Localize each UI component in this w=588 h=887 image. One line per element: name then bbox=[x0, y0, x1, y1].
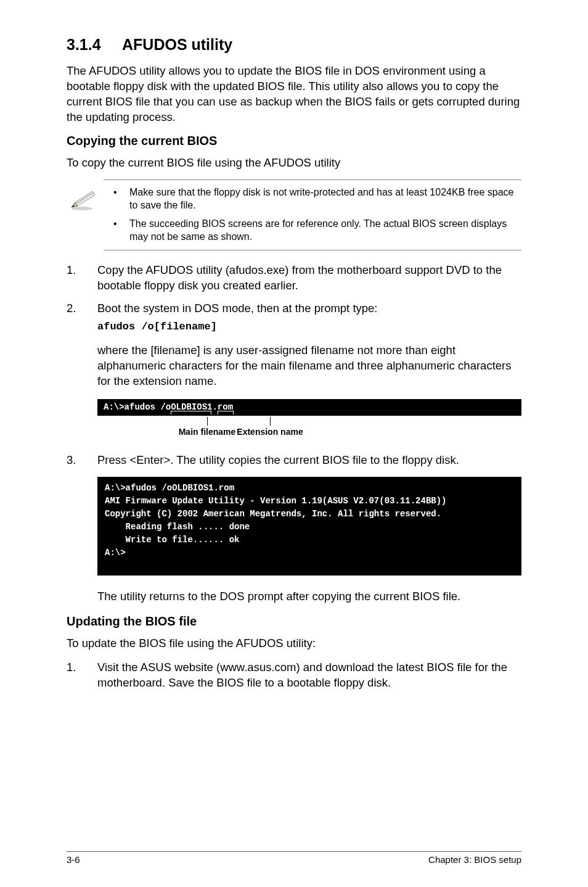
copy-steps-cont: 3. Press <Enter>. The utility copies the… bbox=[67, 453, 521, 468]
after-terminal-text: The utility returns to the DOS prompt af… bbox=[97, 589, 521, 604]
term-prefix: A:\>afudos /o bbox=[104, 402, 171, 412]
term-ext-name: rom bbox=[218, 402, 233, 412]
pencil-icon bbox=[67, 186, 97, 211]
chapter-title: Chapter 3: BIOS setup bbox=[428, 854, 521, 865]
intro-paragraph: The AFUDOS utility allows you to update … bbox=[67, 64, 521, 125]
term-dot: . bbox=[212, 402, 217, 412]
term-main-filename: OLDBIOS1 bbox=[171, 402, 212, 412]
svg-point-0 bbox=[71, 207, 92, 210]
step-item: 1. Visit the ASUS website (www.asus.com)… bbox=[67, 660, 521, 691]
connector-line bbox=[207, 417, 208, 426]
copy-lead: To copy the current BIOS file using the … bbox=[67, 155, 521, 171]
terminal-small: A:\>afudos /oOLDBIOS1.rom bbox=[97, 399, 521, 416]
code-line: afudos /o[filename] bbox=[97, 320, 521, 334]
note-block: Make sure that the floppy disk is not wr… bbox=[104, 179, 521, 250]
step-text: Press <Enter>. The utility copies the cu… bbox=[97, 453, 459, 466]
step-number: 3. bbox=[67, 453, 76, 468]
extension-name-label-col: Extension name bbox=[227, 417, 313, 437]
step-item: 3. Press <Enter>. The utility copies the… bbox=[67, 453, 521, 468]
svg-line-3 bbox=[76, 192, 94, 204]
connector-line bbox=[270, 417, 271, 426]
page-number: 3-6 bbox=[67, 854, 80, 865]
step2-explain: where the [filename] is any user-assigne… bbox=[97, 343, 521, 389]
update-lead: To update the BIOS file using the AFUDOS… bbox=[67, 636, 521, 651]
filename-annotation: Main filename Extension name bbox=[97, 417, 521, 445]
step-item: 2. Boot the system in DOS mode, then at … bbox=[67, 301, 521, 334]
section-heading: 3.1.4AFUDOS utility bbox=[67, 36, 521, 54]
extension-name-label: Extension name bbox=[237, 427, 303, 437]
note-item: The succeeding BIOS screens are for refe… bbox=[112, 218, 521, 244]
step-text: Copy the AFUDOS utility (afudos.exe) fro… bbox=[97, 263, 502, 292]
page-footer: 3-6 Chapter 3: BIOS setup bbox=[67, 851, 521, 865]
copy-steps: 1. Copy the AFUDOS utility (afudos.exe) … bbox=[67, 263, 521, 334]
update-steps: 1. Visit the ASUS website (www.asus.com)… bbox=[67, 660, 521, 691]
note-list: Make sure that the floppy disk is not wr… bbox=[112, 186, 521, 244]
step-number: 1. bbox=[67, 263, 76, 278]
terminal-big: A:\>afudos /oOLDBIOS1.rom AMI Firmware U… bbox=[97, 477, 521, 576]
step-number: 2. bbox=[67, 301, 76, 316]
step-text: Boot the system in DOS mode, then at the… bbox=[97, 302, 378, 315]
section-title: AFUDOS utility bbox=[122, 36, 232, 53]
note-item: Make sure that the floppy disk is not wr… bbox=[112, 186, 521, 212]
step-number: 1. bbox=[67, 660, 76, 675]
step-text: Visit the ASUS website (www.asus.com) an… bbox=[97, 661, 507, 689]
section-number: 3.1.4 bbox=[67, 36, 122, 54]
step-item: 1. Copy the AFUDOS utility (afudos.exe) … bbox=[67, 263, 521, 294]
copy-heading: Copying the current BIOS bbox=[67, 134, 521, 148]
update-heading: Updating the BIOS file bbox=[67, 614, 521, 629]
